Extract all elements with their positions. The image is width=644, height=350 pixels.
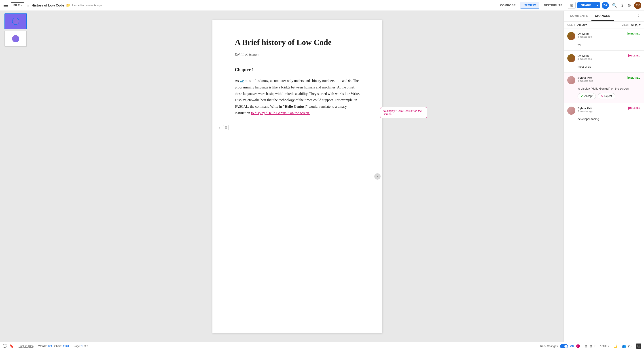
layout-chevron-icon[interactable]: ▾ — [594, 345, 596, 347]
status-bar-left: 💬 🔖 English (US) Words: 179 Chars: 1140 … — [3, 344, 538, 348]
chapter-heading: Chapter 1 — [235, 67, 360, 72]
tab-changes[interactable]: CHANGES — [592, 12, 614, 21]
change-meta-4: Sylvia Patt 3 minutes ago — [578, 107, 626, 113]
change-avatar-sylvia-2 — [567, 107, 575, 115]
inserted-pink-text: to display “Hello Genius!” on the screen… — [251, 111, 310, 115]
block-actions: + ☰ — [217, 125, 228, 130]
change-actions-3: ✓ Accept ✕ Reject — [578, 93, 640, 99]
change-badge-inserted-3: INSERTED — [627, 76, 640, 79]
folder-icon[interactable]: 📁 — [66, 3, 70, 8]
right-panel: COMMENTS CHANGES ⋮ USER: All (2) ▾ VIEW:… — [564, 11, 644, 342]
track-changes-label: Track Changes — [540, 345, 558, 348]
page-thumb-1[interactable] — [4, 14, 27, 29]
change-header-4: Sylvia Patt 3 minutes ago DELETED — [567, 107, 640, 115]
user-avatar-za[interactable]: ZA — [602, 2, 609, 9]
zoom-chevron-icon: ▾ — [608, 345, 609, 347]
chars-value: 1140 — [63, 345, 69, 348]
share-main-button[interactable]: SHARE — [577, 2, 595, 8]
change-author-4: Sylvia Patt — [578, 107, 626, 110]
info-button[interactable]: ℹ — [620, 2, 624, 9]
change-time-3: 4 minutes ago — [578, 80, 624, 82]
language-selector[interactable]: English (US) — [18, 345, 34, 348]
page-info: Page: 1 of 2 — [74, 345, 88, 348]
toggle-pill[interactable] — [560, 344, 568, 348]
badge-bar-4 — [628, 107, 628, 110]
block-add-button[interactable]: + — [217, 125, 222, 130]
document-heading: A Brief history of Low Code — [235, 38, 360, 47]
document-author: Rohith Krishnan — [235, 52, 360, 56]
document-body: As we most of us know, a computer only u… — [235, 78, 360, 116]
hamburger-menu-button[interactable] — [3, 3, 9, 8]
document-title: History of Low Code — [32, 3, 64, 7]
change-meta-1: Dr. Mills a minute ago — [578, 32, 624, 38]
word-count: Words: 179 Chars: 1140 — [38, 345, 69, 348]
panel-tabs-left: COMMENTS CHANGES — [566, 12, 614, 21]
tab-comments[interactable]: COMMENTS — [566, 12, 592, 21]
distribute-nav-button[interactable]: DISTRIBUTE — [540, 2, 566, 8]
compose-nav-button[interactable]: COMPOSE — [496, 2, 519, 8]
zoom-control[interactable]: 100% ▾ — [600, 345, 609, 348]
filter-view-dropdown[interactable]: All (4) ▾ — [631, 23, 640, 27]
reject-change-button[interactable]: ✕ Reject — [598, 93, 616, 99]
night-mode-icon[interactable]: 🌙 — [614, 344, 618, 348]
layout-icon[interactable]: ⊟ — [590, 344, 592, 348]
settings-button[interactable]: ⚙ — [626, 2, 632, 9]
search-button[interactable]: 🔍 — [611, 2, 618, 9]
status-divider-2 — [36, 344, 36, 348]
change-author-3: Sylvia Patt — [578, 76, 624, 80]
review-nav-button[interactable]: REVIEW — [520, 2, 539, 9]
block-list-button[interactable]: ☰ — [223, 125, 228, 130]
scroll-right-indicator[interactable]: › — [374, 173, 380, 180]
last-edited-label: Last edited a minute ago — [72, 4, 102, 7]
fullscreen-icon[interactable]: ⊞ — [636, 343, 641, 349]
deleted-most-of-us-text: most of us — [245, 79, 260, 83]
change-avatar-mills-2 — [567, 54, 575, 62]
grid-view-icon[interactable]: ⊞ — [584, 344, 587, 348]
chars-label: Chars: — [54, 345, 62, 348]
change-content-3: to display "Hello Genius!" on the screen… — [578, 86, 640, 91]
page-total: of 2 — [84, 345, 88, 348]
filter-user-dropdown[interactable]: All (2) ▾ — [577, 23, 587, 27]
file-label: FILE — [14, 4, 20, 7]
body-text-as: As — [235, 79, 239, 83]
file-menu-button[interactable]: FILE ▾ — [11, 2, 24, 8]
change-content-1: we — [578, 42, 640, 47]
status-bar: 💬 🔖 English (US) Words: 179 Chars: 1140 … — [0, 342, 644, 350]
page-thumb-2[interactable] — [4, 31, 27, 47]
change-time-2: a minute ago — [578, 58, 626, 60]
badge-bar-2 — [628, 54, 628, 57]
change-avatar-mills-1 — [567, 32, 575, 40]
track-changes-toggle[interactable] — [560, 344, 568, 348]
toolbar: FILE ▾ ☆ History of Low Code 📁 Last edit… — [0, 0, 644, 11]
body-bold-hello: "Hello Genius!" — [283, 105, 308, 108]
filter-user-label: USER: — [567, 23, 576, 27]
panel-more-options[interactable]: ⋮ — [636, 14, 641, 19]
toolbar-right: ⊞ SHARE ▾ ZA 🔍 ℹ ⚙ RK — [568, 2, 641, 9]
change-badge-deleted-4: DELETED — [628, 107, 640, 110]
change-card-2: Dr. Mills a minute ago DELETED most of u… — [564, 51, 644, 73]
filter-view-chevron-icon: ▾ — [639, 23, 640, 27]
favorite-icon[interactable]: ☆ — [26, 3, 30, 8]
users-count: (1) — [628, 345, 632, 348]
change-header-3: Sylvia Patt 4 minutes ago INSERTED — [567, 76, 640, 84]
bookmark-icon[interactable]: 🔖 — [10, 344, 14, 348]
change-time-1: a minute ago — [578, 35, 624, 38]
status-divider-4 — [582, 344, 582, 348]
comment-icon[interactable]: 💬 — [3, 344, 7, 348]
changes-list: Dr. Mills a minute ago INSERTED we — [564, 29, 644, 342]
page-current: 1 — [82, 345, 83, 348]
words-label: Words: — [38, 345, 47, 348]
toolbar-left: FILE ▾ ☆ History of Low Code 📁 Last edit… — [3, 2, 495, 8]
change-card-4: Sylvia Patt 3 minutes ago DELETED develo… — [564, 103, 644, 125]
inserted-we-text: we — [240, 79, 244, 83]
accept-change-button[interactable]: ✓ Accept — [578, 93, 596, 99]
users-icon[interactable]: 👥 — [622, 344, 626, 348]
change-badge-deleted-2: DELETED — [628, 54, 640, 57]
change-header-1: Dr. Mills a minute ago INSERTED — [567, 32, 640, 40]
user-avatar-main[interactable]: RK — [634, 2, 641, 9]
body-text-main: know, a computer only understands binary… — [235, 79, 360, 108]
change-card-3: Sylvia Patt 4 minutes ago INSERTED to di… — [564, 73, 644, 103]
hamburger-line-1 — [4, 4, 8, 4]
present-button[interactable]: ⊞ — [568, 2, 576, 9]
share-dropdown-button[interactable]: ▾ — [595, 2, 600, 8]
